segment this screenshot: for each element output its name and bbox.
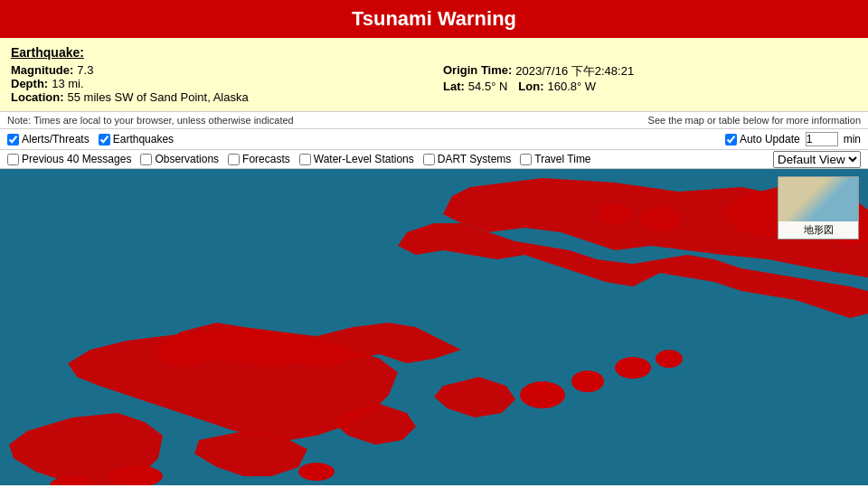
location-row: Location: 55 miles SW of Sand Point, Ala…	[11, 90, 425, 104]
svg-point-18	[599, 203, 631, 225]
prev40-label: Previous 40 Messages	[22, 153, 131, 165]
note-bar: Note: Times are local to your browser, u…	[0, 112, 868, 129]
travel-time-checkbox[interactable]	[520, 154, 532, 165]
forecasts-label: Forecasts	[242, 153, 290, 165]
map-area[interactable]: 地形図	[0, 169, 868, 485]
view-dropdown-container: Default View Pacific Atlantic Alaska	[773, 151, 861, 168]
view-dropdown[interactable]: Default View Pacific Atlantic Alaska	[773, 151, 861, 168]
info-panel: Earthquake: Magnitude: 7.3 Depth: 13 mi.…	[0, 38, 868, 112]
prev40-checkbox-label[interactable]: Previous 40 Messages	[7, 153, 131, 165]
earthquakes-checkbox[interactable]	[99, 134, 110, 145]
map-svg	[0, 169, 868, 485]
location-label: Location:	[11, 90, 64, 104]
forecasts-checkbox[interactable]	[228, 154, 240, 165]
mini-map[interactable]: 地形図	[778, 176, 859, 239]
magnitude-label: Magnitude:	[11, 63, 73, 77]
mini-map-image	[778, 177, 858, 221]
lon-label: Lon:	[518, 80, 543, 93]
auto-update-checkbox[interactable]	[725, 134, 737, 145]
depth-label: Depth:	[11, 77, 48, 90]
magnitude-row: Magnitude: 7.3	[11, 63, 425, 77]
svg-point-15	[298, 463, 335, 481]
forecasts-checkbox-label[interactable]: Forecasts	[228, 153, 290, 165]
alerts-threats-label: Alerts/Threats	[22, 133, 90, 145]
controls-row1: Alerts/Threats Earthquakes Auto Update m…	[0, 129, 868, 150]
lat-label: Lat:	[443, 80, 465, 93]
origin-label: Origin Time:	[443, 63, 512, 80]
origin-row: Origin Time: 2023/7/16 下午2:48:21	[443, 63, 857, 80]
page-title: Tsunami Warning	[0, 0, 868, 38]
svg-point-10	[571, 371, 604, 392]
observations-checkbox-label[interactable]: Observations	[140, 153, 219, 165]
svg-point-11	[615, 357, 651, 379]
dart-checkbox[interactable]	[423, 154, 435, 165]
auto-update-checkbox-label[interactable]: Auto Update	[725, 133, 800, 145]
water-level-checkbox[interactable]	[299, 154, 311, 165]
dart-checkbox-label[interactable]: DART Systems	[423, 153, 512, 165]
svg-point-12	[656, 350, 683, 368]
prev40-checkbox[interactable]	[7, 154, 19, 165]
travel-time-label: Travel Time	[534, 153, 590, 165]
observations-label: Observations	[155, 153, 219, 165]
controls-row2: Previous 40 Messages Observations Foreca…	[0, 150, 868, 169]
auto-update-minutes-input[interactable]	[806, 132, 838, 146]
origin-value: 2023/7/16 下午2:48:21	[515, 63, 634, 80]
water-level-checkbox-label[interactable]: Water-Level Stations	[299, 153, 414, 165]
magnitude-value: 7.3	[77, 63, 93, 77]
auto-update-controls: Auto Update min	[725, 132, 861, 146]
depth-row: Depth: 13 mi.	[11, 77, 425, 90]
row2-checkboxes: Previous 40 Messages Observations Foreca…	[7, 153, 591, 165]
earthquakes-checkbox-label[interactable]: Earthquakes	[99, 133, 174, 145]
water-level-label: Water-Level Stations	[314, 153, 414, 165]
note-left: Note: Times are local to your browser, u…	[7, 115, 294, 126]
minutes-suffix: min	[844, 133, 861, 145]
earthquake-title: Earthquake:	[11, 45, 857, 60]
location-value: 55 miles SW of Sand Point, Alaska	[68, 90, 249, 104]
svg-point-9	[520, 381, 565, 408]
dart-label: DART Systems	[438, 153, 512, 165]
depth-value: 13 mi.	[52, 77, 83, 90]
observations-checkbox[interactable]	[140, 154, 152, 165]
auto-update-label: Auto Update	[740, 133, 800, 145]
earthquakes-label: Earthquakes	[113, 133, 174, 145]
mini-map-label: 地形図	[778, 221, 858, 239]
svg-point-17	[640, 206, 680, 231]
note-right: See the map or table below for more info…	[648, 115, 861, 126]
latlon-row: Lat: 54.5° N Lon: 160.8° W	[443, 80, 857, 93]
alerts-threats-checkbox-label[interactable]: Alerts/Threats	[7, 133, 90, 145]
travel-time-checkbox-label[interactable]: Travel Time	[520, 153, 590, 165]
lat-value: 54.5° N	[468, 80, 508, 93]
alerts-threats-checkbox[interactable]	[7, 134, 19, 145]
lon-value: 160.8° W	[548, 80, 597, 93]
